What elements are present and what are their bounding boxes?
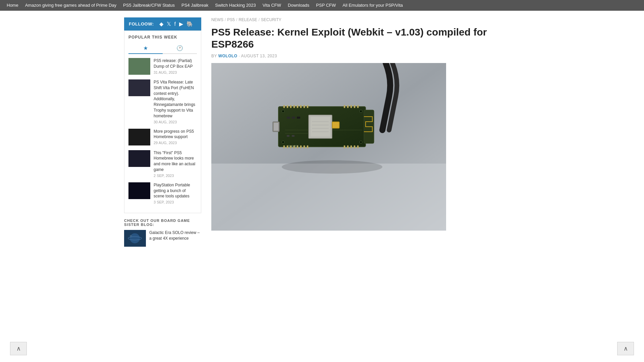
popular-item-content: PS5 release: (Partial) Dump of CP Box EA…	[154, 58, 197, 74]
popular-section: POPULAR THIS WEEK ★ 🕐 PS5 release: (Part…	[124, 31, 201, 213]
popular-item-thumb	[128, 182, 150, 199]
svg-rect-29	[307, 105, 308, 108]
top-navigation: HomeAmazon giving free games ahead of Pr…	[0, 0, 644, 11]
popular-item-date: 29 AUG, 2023	[154, 141, 197, 145]
popular-item-thumb	[128, 150, 150, 167]
svg-rect-51	[287, 135, 289, 137]
thumb-placeholder	[128, 182, 150, 199]
svg-rect-24	[290, 105, 291, 108]
nav-item-amazon-giving-free-g[interactable]: Amazon giving free games ahead of Prime …	[22, 0, 120, 11]
thumb-placeholder	[128, 79, 150, 96]
nav-item-ps4-jailbreak[interactable]: PS4 Jailbreak	[178, 0, 212, 11]
svg-rect-52	[292, 135, 294, 137]
svg-rect-20	[274, 123, 278, 131]
page-wrapper: FOLLOOW: ◆ 𝕏 f ▶ 🐘 POPULAR THIS WEEK ★ 🕐…	[121, 11, 523, 251]
svg-rect-34	[357, 105, 359, 108]
popular-tab-star[interactable]: ★	[128, 43, 163, 54]
popular-tabs: ★ 🕐	[128, 43, 197, 54]
board-game-content: Galactic Era SOLO review – a great 4X ex…	[149, 230, 201, 242]
svg-rect-43	[344, 145, 345, 148]
svg-rect-41	[304, 145, 305, 148]
nav-item-downloads[interactable]: Downloads	[284, 0, 313, 11]
thumb-placeholder	[128, 129, 150, 145]
svg-rect-49	[292, 117, 295, 119]
svg-rect-28	[304, 105, 305, 108]
article-title: PS5 Release: Kernel Exploit (Webkit – v1…	[211, 26, 517, 50]
popular-item-date: 3 SEP, 2023	[154, 200, 197, 204]
popular-item-title: More progress on PS5 Homebrew support	[154, 129, 197, 140]
board-game-title: Galactic Era SOLO review – a great 4X ex…	[149, 230, 201, 241]
popular-item-content: More progress on PS5 Homebrew support 29…	[154, 129, 197, 145]
breadcrumb-item-release[interactable]: RELEASE	[238, 17, 257, 22]
thumb-placeholder	[128, 58, 150, 75]
svg-rect-12	[310, 117, 330, 137]
main-content: NEWS / PS5 / RELEASE / SECURITY PS5 Rele…	[205, 17, 523, 251]
board-game-section-title: CHECK OUT OUR BOARD GAME SISTER BLOG:	[124, 219, 201, 227]
sidebar: FOLLOOW: ◆ 𝕏 f ▶ 🐘 POPULAR THIS WEEK ★ 🕐…	[121, 17, 205, 251]
nav-item-psp-cfw[interactable]: PSP CFW	[313, 0, 339, 11]
breadcrumb-item-news[interactable]: NEWS	[211, 17, 223, 22]
popular-item-date: 30 AUG, 2023	[154, 120, 197, 124]
breadcrumb: NEWS / PS5 / RELEASE / SECURITY	[211, 17, 517, 22]
svg-rect-31	[347, 105, 348, 108]
follow-bar: FOLLOOW: ◆ 𝕏 f ▶ 🐘	[124, 17, 201, 31]
svg-rect-42	[307, 145, 308, 148]
svg-point-3	[130, 235, 132, 237]
popular-item-content: PS Vita Release: Late Shift Vita Port (F…	[154, 79, 197, 124]
breadcrumb-item-ps5[interactable]: PS5	[227, 17, 235, 22]
svg-rect-50	[297, 117, 300, 119]
board-game-item[interactable]: Galactic Era SOLO review – a great 4X ex…	[124, 230, 201, 247]
popular-item-thumb	[128, 58, 150, 75]
svg-rect-18	[333, 122, 339, 128]
popular-item[interactable]: PlayStation Portable getting a bunch of …	[128, 182, 197, 204]
article-author[interactable]: WOLOLO	[218, 54, 237, 58]
nav-item-home[interactable]: Home	[3, 0, 22, 11]
popular-title: POPULAR THIS WEEK	[128, 35, 197, 40]
svg-rect-36	[287, 145, 288, 148]
nav-item-vita-cfw[interactable]: Vita CFW	[259, 0, 284, 11]
nav-item-switch-hacking-2023[interactable]: Switch Hacking 2023	[212, 0, 259, 11]
popular-item-title: PS5 release: (Partial) Dump of CP Box EA…	[154, 58, 197, 69]
popular-item-title: This "First" PS5 Homebrew looks more and…	[154, 150, 197, 173]
svg-point-1	[130, 233, 140, 243]
mastodon-icon[interactable]: 🐘	[186, 21, 193, 27]
svg-point-8	[360, 110, 362, 113]
popular-item[interactable]: PS Vita Release: Late Shift Vita Port (F…	[128, 79, 197, 124]
article-date: AUGUST 13, 2023	[241, 54, 277, 58]
svg-rect-26	[297, 105, 298, 108]
article-meta: BY WOLOLO · AUGUST 13, 2023	[211, 54, 517, 58]
popular-item[interactable]: PS5 release: (Partial) Dump of CP Box EA…	[128, 58, 197, 75]
svg-rect-27	[300, 105, 302, 108]
board-game-thumb-placeholder	[124, 230, 146, 247]
breadcrumb-item-security[interactable]: SECURITY	[261, 17, 281, 22]
svg-rect-35	[283, 145, 285, 148]
popular-tab-recent[interactable]: 🕐	[163, 43, 197, 53]
nav-item-all-emulators-for-yo[interactable]: All Emulators for your PSP/Vita	[339, 0, 406, 11]
youtube-icon[interactable]: ▶	[179, 21, 183, 27]
popular-item-date: 2 SEP, 2023	[154, 174, 197, 178]
popular-item-title: PlayStation Portable getting a bunch of …	[154, 182, 197, 199]
popular-item[interactable]: This "First" PS5 Homebrew looks more and…	[128, 150, 197, 178]
facebook-icon[interactable]: f	[174, 21, 176, 27]
popular-item[interactable]: More progress on PS5 Homebrew support 29…	[128, 129, 197, 145]
svg-rect-44	[347, 145, 348, 148]
rss-icon[interactable]: ◆	[159, 21, 163, 27]
svg-rect-5	[211, 164, 446, 231]
popular-item-thumb	[128, 79, 150, 96]
popular-item-date: 31 AUG, 2023	[154, 70, 197, 74]
nav-item-ps5-jailbreak/cfw-st[interactable]: PS5 Jailbreak/CFW Status	[120, 0, 178, 11]
svg-point-9	[282, 141, 284, 143]
breadcrumb-sep: /	[236, 17, 237, 22]
svg-rect-48	[287, 117, 290, 119]
article-hero-image: NodeMCU	[211, 63, 446, 231]
svg-point-7	[282, 110, 284, 113]
svg-rect-46	[354, 145, 355, 148]
svg-point-57	[282, 160, 382, 174]
board-game-thumb	[124, 230, 146, 247]
svg-rect-33	[354, 105, 355, 108]
svg-point-10	[360, 141, 362, 143]
thumb-placeholder	[128, 150, 150, 167]
by-label: BY	[211, 54, 217, 58]
twitter-icon[interactable]: 𝕏	[167, 21, 171, 27]
svg-rect-47	[357, 145, 359, 148]
